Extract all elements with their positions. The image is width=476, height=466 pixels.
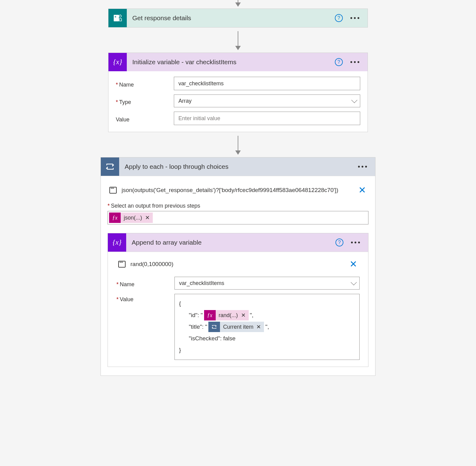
peek-code-row: json(outputs('Get_response_details')?['b…: [108, 185, 368, 195]
help-button[interactable]: ?: [335, 14, 343, 22]
name-input[interactable]: [174, 77, 360, 90]
connector-arrow-head: [238, 0, 238, 3]
action-card-initialize-variable[interactable]: {x} Initialize variable - var checklistI…: [108, 53, 368, 132]
type-select[interactable]: Array: [174, 94, 360, 107]
remove-token-button[interactable]: ✕: [145, 214, 153, 221]
svg-rect-4: [119, 19, 121, 21]
svg-point-3: [119, 15, 121, 17]
close-peek-button[interactable]: ✕: [356, 185, 368, 195]
loop-icon: [101, 157, 119, 176]
action-card-get-response-details[interactable]: F Get response details ? •••: [108, 9, 368, 28]
svg-text:F: F: [115, 15, 116, 18]
card-title: Apply to each - loop through choices: [119, 163, 356, 170]
loop-icon: [208, 322, 220, 332]
variable-icon: {x}: [108, 233, 126, 252]
action-card-apply-to-each[interactable]: Apply to each - loop through choices •••…: [101, 157, 375, 376]
name-select[interactable]: var_checklistItems: [174, 277, 360, 290]
select-output-label: *Select an output from previous steps: [108, 203, 368, 209]
action-card-append-to-array[interactable]: {x} Append to array variable ? ••• rand(…: [108, 233, 368, 367]
fx-icon: ƒx: [109, 213, 121, 223]
select-output-input[interactable]: ƒx json(...) ✕: [108, 211, 368, 224]
variable-icon: {x}: [108, 53, 127, 71]
card-title: Initialize variable - var checklistItems: [127, 58, 335, 66]
connector-arrow: [238, 136, 238, 151]
card-title: Get response details: [127, 14, 335, 22]
peek-code-icon: [118, 261, 126, 268]
value-json-editor[interactable]: { "id": " ƒx rand(...) ✕ ",: [174, 294, 360, 360]
close-peek-button[interactable]: ✕: [347, 259, 360, 269]
svg-text:{x}: {x}: [113, 58, 122, 66]
remove-token-button[interactable]: ✕: [256, 321, 264, 332]
peek-expression: rand(0,1000000): [130, 261, 347, 268]
more-menu-button[interactable]: •••: [349, 238, 363, 247]
fx-expression-token[interactable]: ƒx rand(...) ✕: [204, 310, 249, 320]
chevron-down-icon: [351, 97, 357, 103]
type-label: *Type: [116, 97, 174, 105]
more-menu-button[interactable]: •••: [356, 162, 370, 171]
name-label: *Name: [116, 279, 174, 288]
peek-code-row: rand(0,1000000) ✕: [116, 259, 360, 269]
value-label: *Value: [116, 294, 174, 303]
value-label: Value: [116, 114, 174, 123]
value-input[interactable]: [174, 112, 360, 125]
dynamic-content-token[interactable]: Current item ✕: [208, 322, 264, 332]
more-menu-button[interactable]: •••: [348, 57, 363, 67]
help-button[interactable]: ?: [335, 58, 343, 66]
fx-icon: ƒx: [204, 310, 216, 320]
svg-text:{x}: {x}: [112, 238, 122, 246]
card-title: Append to array variable: [126, 239, 335, 246]
peek-code-icon: [109, 187, 117, 194]
peek-expression: json(outputs('Get_response_details')?['b…: [122, 187, 356, 194]
more-menu-button[interactable]: •••: [348, 13, 363, 23]
connector-arrow: [238, 31, 238, 46]
chevron-down-icon: [351, 279, 357, 285]
forms-icon: F: [108, 9, 127, 27]
help-button[interactable]: ?: [335, 239, 343, 246]
remove-token-button[interactable]: ✕: [240, 310, 249, 321]
name-label: *Name: [116, 79, 174, 88]
fx-expression-token[interactable]: ƒx json(...) ✕: [109, 213, 153, 223]
